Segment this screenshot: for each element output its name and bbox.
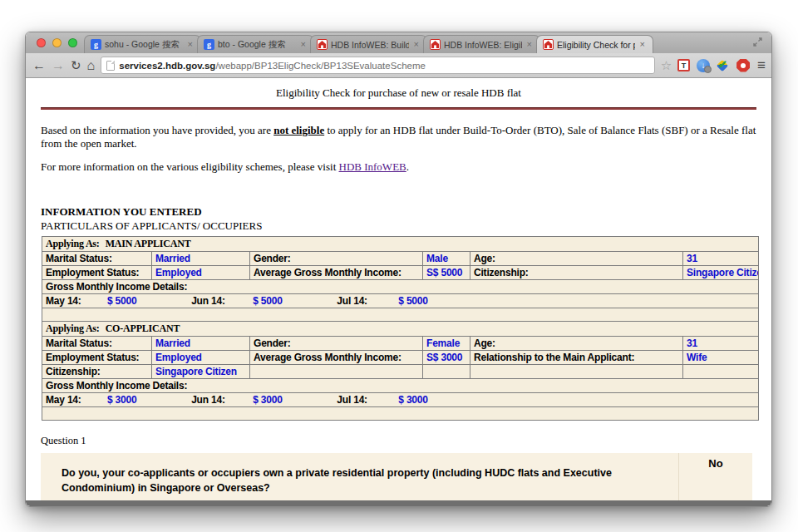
page-content: Eligibility Check for purchase of new or… xyxy=(26,79,771,500)
zoom-window-button[interactable] xyxy=(68,38,77,47)
tab-title: bto - Google 搜索 xyxy=(218,39,296,51)
tab-eligibility-check-active[interactable]: Eligibility Check for purcha × xyxy=(536,35,653,53)
google-favicon-icon: g xyxy=(204,39,214,50)
field-value: Singapore Citizen xyxy=(683,266,759,280)
tab-hdb-eligibility[interactable]: HDB InfoWEB: Eligibility to × xyxy=(423,35,540,53)
field-value: Married xyxy=(152,337,250,351)
applicants-table: Applying As:MAIN APPLICANT Marital Statu… xyxy=(42,236,759,421)
tab-close-icon[interactable]: × xyxy=(638,39,647,50)
hdb-favicon-icon xyxy=(543,39,554,50)
field-value: Employed xyxy=(152,351,250,365)
table-row: Employment Status: Employed Average Gros… xyxy=(42,351,759,365)
tab-title: HDB InfoWEB: Build-to-Or xyxy=(331,40,409,50)
extension-checkmark-icon[interactable] xyxy=(717,59,730,72)
home-icon[interactable]: ⌂ xyxy=(87,58,96,73)
field-label: Marital Status: xyxy=(42,337,152,351)
page-title: Eligibility Check for purchase of new or… xyxy=(41,86,756,100)
google-favicon-icon: g xyxy=(91,39,101,50)
page-icon xyxy=(106,61,115,71)
field-label: Relationship to the Main Applicant: xyxy=(470,351,683,365)
tab-bto-google[interactable]: g bto - Google 搜索 × xyxy=(197,35,314,53)
browser-toolbar: ← → ↻ ⌂ services2.hdb.gov.sg/webapp/BP13… xyxy=(26,53,771,78)
hdb-favicon-icon xyxy=(317,39,328,50)
table-row: Employment Status: Employed Average Gros… xyxy=(42,266,759,280)
income-details-heading: Gross Monthly Income Details: xyxy=(42,280,759,294)
extension-download-icon[interactable]: ↓ xyxy=(697,59,710,72)
applying-as-row: Applying As:CO-APPLICANT xyxy=(42,322,759,337)
tab-close-icon[interactable]: × xyxy=(186,39,195,50)
field-label: Citizenship: xyxy=(470,266,683,280)
field-label: Age: xyxy=(470,252,683,266)
section-heading: INFORMATION YOU ENTERED xyxy=(41,205,756,219)
spacer-row xyxy=(42,308,759,322)
url-domain: services2.hdb.gov.sg xyxy=(119,61,215,71)
field-label: Age: xyxy=(470,337,683,351)
result-text: Based on the information you have provid… xyxy=(41,124,756,150)
reload-icon[interactable]: ↻ xyxy=(71,58,81,73)
fullscreen-expand-icon[interactable] xyxy=(752,36,763,51)
field-value: Singapore Citizen xyxy=(152,365,250,379)
hdb-favicon-icon xyxy=(430,39,441,50)
extension-stop-icon[interactable] xyxy=(736,59,750,72)
tab-title: HDB InfoWEB: Eligibility to xyxy=(444,40,522,50)
browser-window: g sohu - Google 搜索 × g bto - Google 搜索 ×… xyxy=(25,32,772,507)
extension-t-icon[interactable]: T xyxy=(677,59,690,71)
field-label: Gender: xyxy=(250,252,423,266)
field-label: Citizenship: xyxy=(42,365,152,379)
section-subheading: PARTICULARS OF APPLICANTS/ OCCUPIERS xyxy=(41,219,756,233)
tab-title: Eligibility Check for purcha xyxy=(557,40,635,50)
field-value: Wife xyxy=(683,351,759,365)
more-info-text: For more information on the various elig… xyxy=(41,160,756,174)
spacer-row xyxy=(42,407,759,421)
menu-icon[interactable]: ≡ xyxy=(757,57,765,74)
empty-cell xyxy=(683,365,759,379)
window-bottom-edge xyxy=(26,500,771,506)
empty-cell xyxy=(470,365,683,379)
minimize-window-button[interactable] xyxy=(52,38,62,47)
close-window-button[interactable] xyxy=(37,38,46,47)
field-value: 31 xyxy=(683,337,759,351)
field-label: Employment Status: xyxy=(42,266,152,280)
question-text: Do you, your co-applicants or occupiers … xyxy=(41,453,679,500)
field-value: Employed xyxy=(152,266,250,280)
bookmark-star-icon[interactable]: ☆ xyxy=(661,58,672,73)
empty-cell xyxy=(423,365,470,379)
field-value: Male xyxy=(423,252,470,266)
table-row: Citizenship: Singapore Citizen xyxy=(42,365,759,379)
field-label: Average Gross Monthly Income: xyxy=(250,351,423,365)
extension-icons: T ↓ xyxy=(677,59,750,72)
url-path: /webapp/BP13EligCheck/BP13SEvaluateSchem… xyxy=(215,61,426,71)
field-label: Gender: xyxy=(250,337,423,351)
field-label: Average Gross Monthly Income: xyxy=(250,266,423,280)
question-number: Question 1 xyxy=(41,435,756,447)
income-details-row: May 14:$ 5000 Jun 14:$ 5000 Jul 14:$ 500… xyxy=(42,294,759,308)
field-value: S$ 5000 xyxy=(423,266,470,280)
forward-icon[interactable]: → xyxy=(52,59,65,72)
question-box: Do you, your co-applicants or occupiers … xyxy=(41,453,752,500)
tab-hdb-bto[interactable]: HDB InfoWEB: Build-to-Or × xyxy=(310,35,427,53)
url-text: services2.hdb.gov.sg/webapp/BP13EligChec… xyxy=(119,61,426,71)
tab-bar: g sohu - Google 搜索 × g bto - Google 搜索 ×… xyxy=(26,32,771,53)
income-details-row: May 14:$ 3000 Jun 14:$ 3000 Jul 14:$ 300… xyxy=(42,393,759,407)
not-eligible-emphasis: not eligible xyxy=(273,124,324,136)
question-answer: No xyxy=(679,453,752,500)
tab-sohu-google[interactable]: g sohu - Google 搜索 × xyxy=(84,35,201,53)
tab-title: sohu - Google 搜索 xyxy=(105,39,183,51)
field-label: Employment Status: xyxy=(42,351,152,365)
field-value: Married xyxy=(152,252,250,266)
table-row: Marital Status: Married Gender: Male Age… xyxy=(42,252,759,266)
field-value: Female xyxy=(423,337,470,351)
field-value: S$ 3000 xyxy=(423,351,470,365)
back-icon[interactable]: ← xyxy=(32,59,46,72)
applying-as-row: Applying As:MAIN APPLICANT xyxy=(42,237,759,252)
divider-rule xyxy=(41,107,756,110)
income-details-heading: Gross Monthly Income Details: xyxy=(42,379,759,393)
tab-close-icon[interactable]: × xyxy=(299,39,308,50)
tab-close-icon[interactable]: × xyxy=(525,39,534,50)
hdb-infoweb-link[interactable]: HDB InfoWEB xyxy=(339,160,406,173)
tab-close-icon[interactable]: × xyxy=(412,39,421,50)
window-controls xyxy=(37,38,77,47)
table-row: Marital Status: Married Gender: Female A… xyxy=(42,337,759,351)
address-bar[interactable]: services2.hdb.gov.sg/webapp/BP13EligChec… xyxy=(101,57,654,74)
empty-cell xyxy=(250,365,423,379)
